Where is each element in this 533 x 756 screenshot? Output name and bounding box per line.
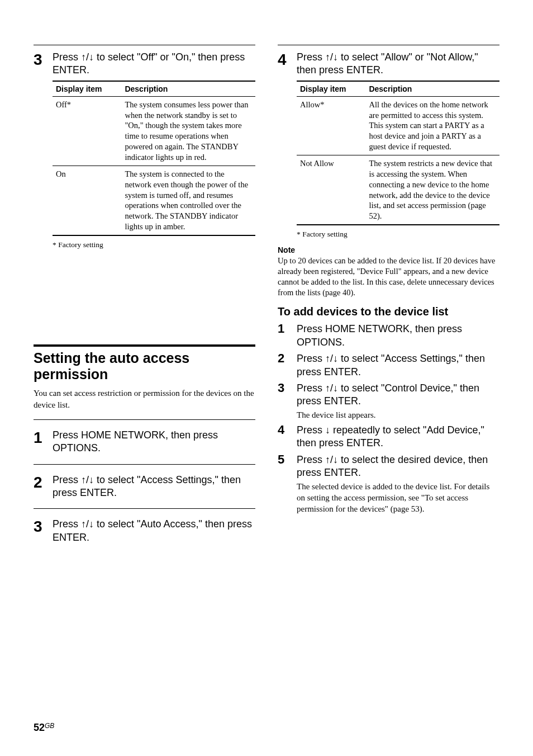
- allow-table: Display item Description Allow* All the …: [297, 81, 499, 225]
- cell-desc: All the devices on the home network are …: [365, 96, 499, 155]
- left-step-3: 3 Press ↑/↓ to select "Off" or "On," the…: [34, 51, 255, 249]
- left-access-step-1: 1 Press HOME NETWORK, then press OPTIONS…: [34, 429, 255, 455]
- down-arrow-icon: ↓: [89, 518, 94, 530]
- add-step-4: 4 Press ↓ repeatedly to select "Add Devi…: [278, 424, 499, 450]
- up-arrow-icon: ↑: [325, 353, 330, 364]
- step-number: 2: [34, 475, 46, 490]
- step-number: 3: [34, 52, 46, 68]
- step-text: Press ↑/↓ to select "Auto Access," then …: [53, 518, 255, 544]
- up-arrow-icon: ↑: [325, 51, 330, 63]
- down-arrow-icon: ↓: [333, 382, 338, 394]
- step-text: Press ↓ repeatedly to select "Add Device…: [297, 424, 499, 450]
- up-arrow-icon: ↑: [325, 382, 330, 394]
- step-number: 4: [278, 424, 290, 436]
- down-arrow-icon: ↓: [325, 424, 330, 436]
- up-arrow-icon: ↑: [81, 51, 86, 63]
- down-arrow-icon: ↓: [333, 353, 338, 364]
- sub-heading-add-devices: To add devices to the device list: [278, 305, 499, 318]
- table-header-item: Display item: [53, 81, 121, 97]
- step-number: 2: [278, 352, 290, 365]
- step-text: Press ↑/↓ to select "Access Settings," t…: [53, 474, 255, 500]
- step-text: Press ↑/↓ to select "Control Device," th…: [297, 382, 499, 408]
- step-number: 1: [278, 323, 290, 335]
- left-column: 3 Press ↑/↓ to select "Off" or "On," the…: [34, 39, 255, 711]
- up-arrow-icon: ↑: [81, 474, 86, 485]
- down-arrow-icon: ↓: [333, 454, 338, 465]
- step-text: Press ↑/↓ to select "Off" or "On," then …: [53, 51, 255, 77]
- cell-item: Allow*: [297, 96, 365, 155]
- cell-item: Not Allow: [297, 155, 365, 225]
- note-body: Up to 20 devices can be added to the dev…: [278, 256, 499, 297]
- step-text: Press ↑/↓ to select "Allow" or "Not Allo…: [297, 51, 499, 77]
- step-text: Press ↑/↓ to select "Access Settings," t…: [297, 352, 499, 379]
- add-step-2: 2 Press ↑/↓ to select "Access Settings,"…: [278, 352, 499, 379]
- cell-desc: The system is connected to the network e…: [121, 166, 255, 235]
- page-region: GB: [45, 722, 54, 730]
- right-step-4: 4 Press ↑/↓ to select "Allow" or "Not Al…: [278, 51, 499, 239]
- cell-desc: The system restricts a new device that i…: [365, 155, 499, 225]
- cell-desc: The system consumes less power than when…: [121, 96, 255, 166]
- down-arrow-icon: ↓: [89, 51, 94, 63]
- section-heading-auto-access: Setting the auto access permission: [34, 350, 255, 382]
- table-row: Allow* All the devices on the home netwo…: [297, 96, 499, 155]
- section-intro: You can set access restriction or permis…: [34, 388, 255, 410]
- step-number: 1: [34, 430, 46, 446]
- left-access-step-3: 3 Press ↑/↓ to select "Auto Access," the…: [34, 518, 255, 544]
- factory-setting-footnote: * Factory setting: [297, 230, 499, 239]
- step-subtext: The selected device is added to the devi…: [297, 481, 499, 515]
- table-header-desc: Description: [365, 81, 499, 97]
- step-number: 3: [34, 519, 46, 535]
- step-number: 5: [278, 453, 290, 466]
- step-text: Press HOME NETWORK, then press OPTIONS.: [297, 323, 499, 349]
- table-row: On The system is connected to the networ…: [53, 166, 255, 235]
- factory-setting-footnote: * Factory setting: [53, 240, 255, 249]
- cell-item: On: [53, 166, 121, 235]
- table-header-desc: Description: [121, 81, 255, 97]
- add-step-5: 5 Press ↑/↓ to select the desired device…: [278, 453, 499, 515]
- right-column: 4 Press ↑/↓ to select "Allow" or "Not Al…: [278, 39, 499, 711]
- step-number: 3: [278, 382, 290, 394]
- up-arrow-icon: ↑: [325, 454, 330, 465]
- step-subtext: The device list appears.: [297, 409, 499, 420]
- step-number: 4: [278, 52, 290, 68]
- step-text: Press HOME NETWORK, then press OPTIONS.: [53, 429, 255, 455]
- note-label: Note: [278, 245, 499, 254]
- page-footer: 52GB: [34, 711, 499, 734]
- down-arrow-icon: ↓: [333, 51, 338, 63]
- cell-item: Off*: [53, 96, 121, 166]
- add-step-3: 3 Press ↑/↓ to select "Control Device," …: [278, 382, 499, 420]
- down-arrow-icon: ↓: [89, 474, 94, 485]
- step-text: Press ↑/↓ to select the desired device, …: [297, 453, 499, 480]
- up-arrow-icon: ↑: [81, 518, 86, 530]
- table-row: Off* The system consumes less power than…: [53, 96, 255, 166]
- left-access-step-2: 2 Press ↑/↓ to select "Access Settings,"…: [34, 474, 255, 500]
- page-number: 52: [34, 722, 45, 733]
- add-step-1: 1 Press HOME NETWORK, then press OPTIONS…: [278, 323, 499, 349]
- table-row: Not Allow The system restricts a new dev…: [297, 155, 499, 225]
- table-header-item: Display item: [297, 81, 365, 97]
- off-on-table: Display item Description Off* The system…: [53, 81, 255, 236]
